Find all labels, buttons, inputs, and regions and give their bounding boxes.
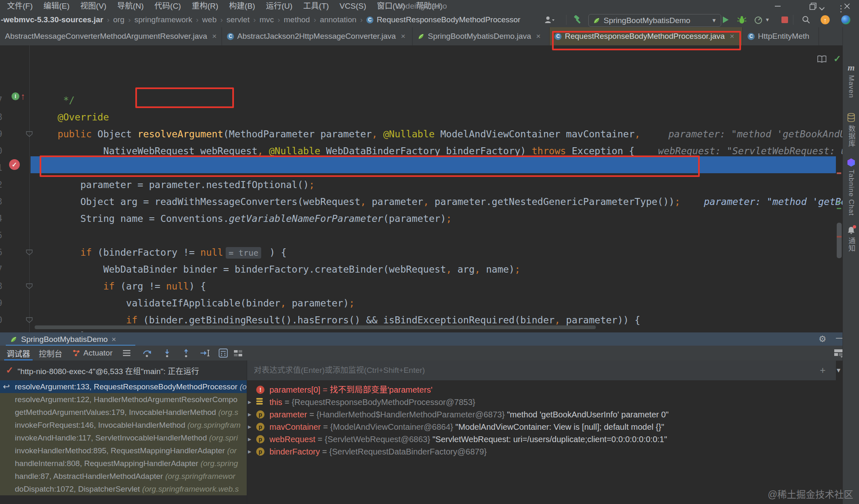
tool-strip-item-2[interactable]: 数据库 — [843, 113, 859, 147]
menu-item-1[interactable]: 文件(F) — [2, 0, 38, 12]
breadcrumb-item[interactable]: annotation — [320, 15, 356, 24]
menu-item-10[interactable]: VCS(S) — [334, 0, 371, 12]
frame-row-2[interactable]: resolveArgument:122, HandlerMethodArgume… — [0, 393, 247, 406]
editor-tab-5[interactable]: CHttpEntityMeth — [743, 27, 819, 45]
hidden-tabs-button[interactable] — [818, 3, 826, 14]
frame-row-7[interactable]: handleInternal:808, RequestMappingHandle… — [0, 457, 247, 470]
tool-strip-item-1[interactable]: mMaven — [843, 64, 859, 98]
hide-panel-button[interactable]: ─ — [836, 333, 842, 344]
fold-marker[interactable] — [26, 250, 33, 255]
stripe-mark-green[interactable] — [837, 202, 841, 203]
debug-view-tab-调试器[interactable]: 调试器 — [7, 346, 30, 360]
menu-item-9[interactable]: 工具(T) — [298, 0, 334, 12]
debug-view-tab-控制台[interactable]: 控制台 — [39, 346, 62, 360]
code-editor[interactable]: 7 */8 @Override9 public Object resolveAr… — [0, 45, 842, 332]
breadcrumb-item[interactable]: servlet — [227, 15, 250, 24]
menu-item-7[interactable]: 构建(B) — [224, 0, 260, 12]
build-button[interactable] — [571, 14, 584, 26]
menu-item-3[interactable]: 视图(V) — [75, 0, 112, 12]
horizontal-scrollbar[interactable] — [35, 325, 596, 329]
editor-tab-3[interactable]: SpringBootMybatisDemo.java× — [413, 27, 550, 45]
breadcrumb-leaf[interactable]: RequestResponseBodyMethodProcessor — [377, 15, 521, 24]
frame-row-5[interactable]: invokeAndHandle:117, ServletInvocableHan… — [0, 431, 247, 444]
profiler-button[interactable] — [752, 14, 765, 26]
debug-settings-button[interactable]: ⚙ — [819, 334, 826, 344]
variable-row-parameters[0][interactable]: !parameters[0] = 找不到局部变量'parameters' — [247, 384, 837, 396]
tool-strip-item-3[interactable]: Tabnine Chat — [843, 158, 859, 216]
menu-item-8[interactable]: 运行(U) — [260, 0, 297, 12]
run-button[interactable] — [719, 14, 732, 26]
variable-row-mavContainer[interactable]: ▸pmavContainer = {ModelAndViewContainer@… — [247, 421, 837, 433]
tab-options-button[interactable]: ⋮ — [837, 4, 845, 14]
editor-tab-4[interactable]: CRequestResponseBodyMethodProcessor.java… — [550, 27, 743, 45]
code-token: parameter — [366, 196, 423, 207]
breadcrumb-item[interactable]: org — [113, 15, 124, 24]
gradient-sphere-button[interactable] — [839, 14, 852, 26]
stripe-mark-green[interactable] — [837, 208, 841, 209]
frame-row-6[interactable]: invokeHandlerMethod:895, RequestMappingH… — [0, 444, 247, 457]
frame-row-4[interactable]: invokeForRequest:146, InvocableHandlerMe… — [0, 419, 247, 431]
minimize-button[interactable] — [768, 0, 787, 12]
debug-button[interactable] — [735, 14, 748, 26]
frame-row-3[interactable]: getMethodArgumentValues:179, InvocableHa… — [0, 406, 247, 419]
vertical-scrollbar[interactable] — [837, 223, 842, 258]
menu-item-2[interactable]: 编辑(E) — [38, 0, 75, 12]
breadcrumb-item[interactable]: web — [202, 15, 217, 24]
expand-chevron-icon[interactable]: ▸ — [248, 421, 251, 433]
frame-row-8[interactable]: handle:87, AbstractHandlerMethodAdapter … — [0, 470, 247, 483]
update-button[interactable]: ↑ — [819, 14, 832, 26]
stop-button[interactable] — [778, 14, 791, 26]
step-over-button[interactable] — [142, 349, 153, 358]
view-options-button[interactable] — [233, 349, 243, 358]
expand-chevron-icon[interactable]: ▸ — [248, 408, 251, 421]
tab-close-icon[interactable]: × — [210, 32, 217, 41]
breadcrumb-root[interactable]: -webmvc-5.3.30-sources.jar — [1, 15, 103, 24]
reader-mode-button[interactable] — [817, 55, 827, 64]
editor-tab-1[interactable]: AbstractMessageConverterMethodArgumentRe… — [0, 27, 222, 45]
layout-settings-button[interactable] — [122, 349, 131, 357]
debug-view-tab-Actuator[interactable]: Actuator — [73, 346, 113, 360]
breadcrumb-item[interactable]: mvc — [260, 15, 274, 24]
tab-close-icon[interactable]: × — [534, 32, 540, 41]
expand-chevron-icon[interactable]: ▸ — [248, 433, 251, 445]
inspections-ok-icon[interactable]: ✓ — [833, 54, 841, 64]
variable-row-webRequest[interactable]: ▸pwebRequest = {ServletWebRequest@6863} … — [247, 433, 837, 445]
close-icon[interactable]: × — [111, 335, 116, 344]
fold-marker[interactable] — [26, 283, 33, 289]
thread-status-row[interactable]: ✓ "http-nio-8080-exec-4"@6,533 在组"main":… — [0, 360, 247, 381]
step-out-button[interactable] — [181, 349, 191, 358]
menu-item-6[interactable]: 重构(R) — [186, 0, 224, 12]
tab-close-icon[interactable]: × — [728, 32, 734, 41]
debug-session-tab[interactable]: SpringBootMybatisDemo × — [6, 332, 120, 346]
breakpoint-icon[interactable]: ✓ — [9, 159, 20, 170]
user-account-button[interactable] — [543, 14, 556, 26]
frame-row-1[interactable]: ↩resolveArgument:133, RequestResponseBod… — [0, 380, 247, 393]
tab-close-icon[interactable]: × — [399, 32, 405, 41]
variable-row-this[interactable]: ▸this = {RequestResponseBodyMethodProces… — [247, 396, 837, 408]
menu-item-5[interactable]: 代码(C) — [149, 0, 186, 12]
variable-row-binderFactory[interactable]: ▸pbinderFactory = {ServletRequestDataBin… — [247, 445, 837, 458]
watch-dropdown-chevron[interactable]: ▼ — [835, 360, 842, 380]
fold-marker[interactable] — [26, 131, 33, 137]
variable-row-parameter[interactable]: ▸pparameter = {HandlerMethod$HandlerMeth… — [247, 408, 837, 421]
expand-chevron-icon[interactable]: ▸ — [248, 445, 251, 458]
editor-tab-2[interactable]: CAbstractJackson2HttpMessageConverter.ja… — [222, 27, 413, 45]
breadcrumb-item[interactable]: method — [284, 15, 310, 24]
actuator-icon — [73, 349, 80, 357]
step-into-button[interactable] — [162, 349, 172, 358]
frame-row-9[interactable]: doDispatch:1072, DispatcherServlet (org.… — [0, 483, 247, 495]
override-marker[interactable]: I ↑ — [12, 92, 25, 100]
fold-marker[interactable] — [26, 317, 33, 323]
add-watch-icon[interactable]: + — [820, 360, 826, 380]
search-everywhere-button[interactable] — [800, 14, 813, 26]
watch-expression-input[interactable]: 对表达式求值(Enter)或添加监视(Ctrl+Shift+Enter) + ▼ — [247, 360, 836, 381]
breadcrumb-item[interactable]: springframework — [135, 15, 192, 24]
error-stripe-mark[interactable] — [837, 172, 841, 174]
tool-strip-item-4[interactable]: 通知 — [843, 226, 859, 252]
evaluate-expression-button[interactable] — [218, 349, 229, 358]
run-to-cursor-button[interactable] — [200, 349, 210, 358]
expand-chevron-icon[interactable]: ▸ — [248, 396, 251, 408]
profiler-chevron[interactable]: ▼ — [764, 14, 771, 26]
menu-item-4[interactable]: 导航(N) — [112, 0, 149, 12]
run-configuration-select[interactable]: SpringBootMybatisDemo ▼ — [588, 14, 721, 27]
